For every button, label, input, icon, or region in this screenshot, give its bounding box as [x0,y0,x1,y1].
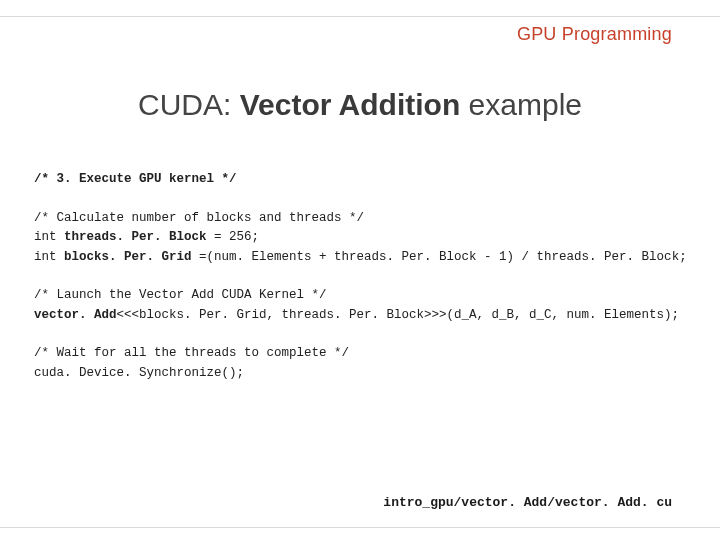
header-label: GPU Programming [517,24,672,45]
top-divider [0,16,720,17]
bottom-divider [0,527,720,528]
title-prefix: CUDA: [138,88,240,121]
title-suffix: example [460,88,582,121]
code-token: = 256; [207,230,260,244]
code-line: /* 3. Execute GPU kernel */ [34,172,237,186]
code-token: blocks. Per. Grid [64,250,192,264]
code-block: /* 3. Execute GPU kernel */ /* Calculate… [34,170,686,383]
slide: GPU Programming CUDA: Vector Addition ex… [0,0,720,540]
code-line: int [34,230,64,244]
code-line: cuda. Device. Synchronize(); [34,366,244,380]
code-line: int [34,250,64,264]
footer-path: intro_gpu/vector. Add/vector. Add. cu [383,495,672,510]
code-token: threads. Per. Block [64,230,207,244]
code-token: <<<blocks. Per. Grid, threads. Per. Bloc… [117,308,680,322]
code-line: /* Launch the Vector Add CUDA Kernel */ [34,288,327,302]
title-bold: Vector Addition [240,88,461,121]
slide-title: CUDA: Vector Addition example [0,88,720,122]
code-token: =(num. Elements + threads. Per. Block - … [192,250,687,264]
code-token: vector. Add [34,308,117,322]
code-line: /* Wait for all the threads to complete … [34,346,349,360]
code-line: /* Calculate number of blocks and thread… [34,211,364,225]
